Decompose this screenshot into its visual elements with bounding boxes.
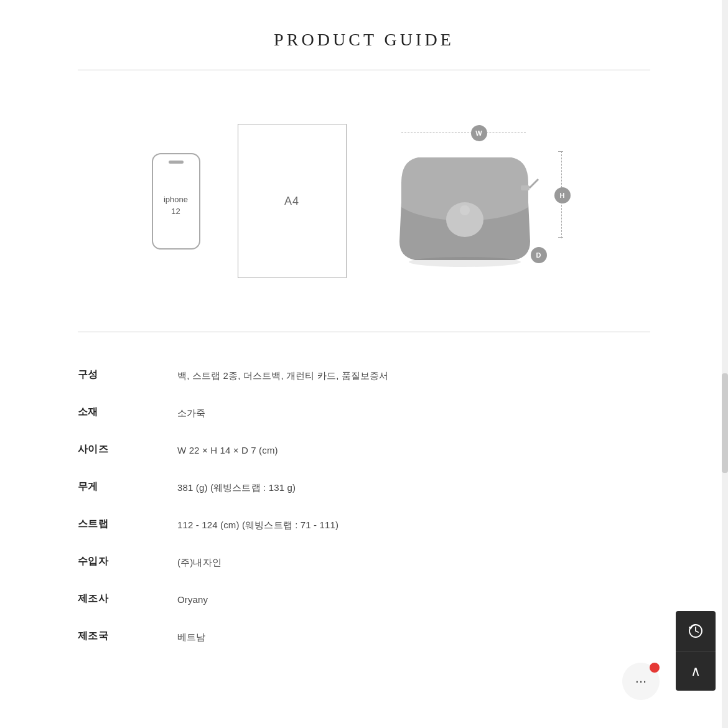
- spec-value: 112 - 124 (cm) (웨빙스트랩 : 71 - 111): [177, 518, 338, 533]
- spec-row: 제조국베트남: [78, 618, 650, 656]
- spec-row: 소재소가죽: [78, 394, 650, 432]
- spec-label: 사이즈: [78, 443, 177, 456]
- iphone-label: iphone 12: [164, 194, 188, 218]
- iphone-shape: iphone 12: [152, 153, 200, 250]
- spec-row: 스트랩112 - 124 (cm) (웨빙스트랩 : 71 - 111): [78, 506, 650, 544]
- h-line-top: [558, 151, 563, 152]
- scroll-top-button[interactable]: ∧: [676, 651, 716, 691]
- h-line-bottom: [558, 237, 563, 238]
- spec-row: 제조사Oryany: [78, 581, 650, 618]
- spec-value: (주)내자인: [177, 555, 222, 570]
- spec-row: 구성백, 스트랩 2종, 더스트백, 개런티 카드, 품질보증서: [78, 357, 650, 394]
- svg-point-3: [460, 205, 470, 215]
- spec-value: 소가죽: [177, 406, 205, 421]
- spec-row: 사이즈W 22 × H 14 × D 7 (cm): [78, 432, 650, 469]
- spec-row: 수입자(주)내자인: [78, 544, 650, 581]
- a4-label: A4: [284, 195, 299, 208]
- svg-line-2: [530, 179, 538, 188]
- history-button[interactable]: [676, 611, 716, 651]
- spec-label: 무게: [78, 480, 177, 493]
- size-comparison-section: iphone 12 A4 W H D: [0, 70, 728, 332]
- spec-value: Oryany: [177, 592, 208, 607]
- floating-buttons: ∧: [676, 611, 716, 691]
- spec-label: 스트랩: [78, 518, 177, 531]
- scrollbar[interactable]: [722, 0, 728, 728]
- spec-value: 백, 스트랩 2종, 더스트백, 개런티 카드, 품질보증서: [177, 368, 389, 383]
- chevron-up-icon: ∧: [691, 665, 701, 678]
- a4-shape: A4: [238, 124, 347, 278]
- spec-label: 제조사: [78, 592, 177, 605]
- spec-label: 제조국: [78, 630, 177, 643]
- h-dimension-label: H: [554, 187, 571, 203]
- iphone-reference: iphone 12: [152, 153, 200, 250]
- spec-label: 소재: [78, 406, 177, 419]
- svg-rect-1: [521, 185, 530, 190]
- spec-label: 구성: [78, 368, 177, 381]
- chatbot-icon: ···: [622, 663, 660, 700]
- spec-value: 베트남: [177, 630, 205, 645]
- spec-value: 381 (g) (웨빙스트랩 : 131 g): [177, 480, 296, 495]
- svg-point-4: [409, 257, 521, 267]
- bag-diagram: W H D: [384, 114, 577, 288]
- a4-reference: A4: [238, 124, 347, 278]
- page-title: PRODUCT GUIDE: [0, 0, 728, 70]
- spec-table: 구성백, 스트랩 2종, 더스트백, 개런티 카드, 품질보증서소재소가죽사이즈…: [78, 332, 650, 681]
- bag-illustration: [384, 126, 546, 276]
- spec-row: 무게381 (g) (웨빙스트랩 : 131 g): [78, 469, 650, 506]
- chatbot-bubble[interactable]: ···: [622, 663, 666, 706]
- chatbot-notification-dot: [650, 663, 660, 673]
- scrollbar-thumb[interactable]: [722, 373, 728, 473]
- spec-label: 수입자: [78, 555, 177, 568]
- spec-value: W 22 × H 14 × D 7 (cm): [177, 443, 278, 458]
